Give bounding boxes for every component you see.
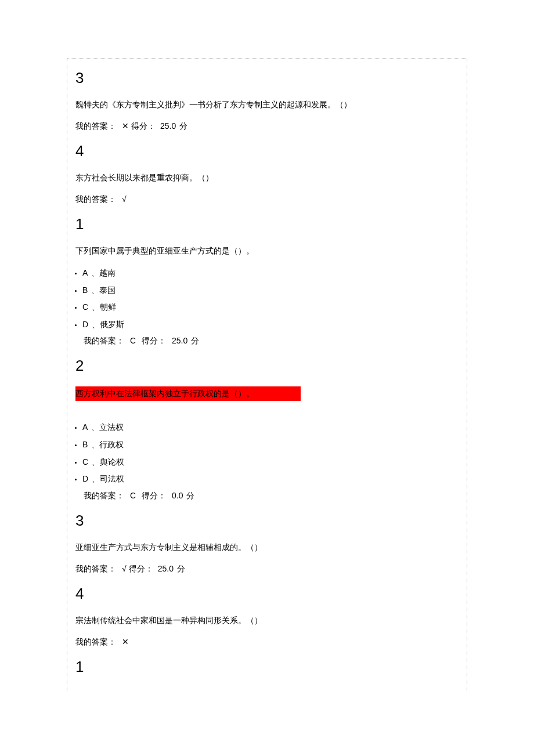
option-letter: D xyxy=(82,320,88,329)
question-stem-wrap: 西方权利中在法律框架内独立于行政权的是（）。 xyxy=(67,386,467,411)
answer-line: 我的答案：C 得分：0.0分 xyxy=(84,491,459,501)
option-text: 越南 xyxy=(99,268,116,277)
answer-value: √ xyxy=(122,194,127,204)
score-label: 得分： xyxy=(139,491,166,500)
answer-label: 我的答案： xyxy=(75,121,116,131)
option-text: 司法权 xyxy=(100,474,124,483)
question-number: 1 xyxy=(75,215,459,233)
question-number: 4 xyxy=(75,142,459,160)
option-letter: D xyxy=(82,474,88,483)
question-stem: 西方权利中在法律框架内独立于行政权的是（）。 xyxy=(75,386,301,401)
answer-value: ✕ xyxy=(122,121,129,131)
score-unit: 分 xyxy=(179,121,187,131)
question-number: 3 xyxy=(75,69,459,87)
options-list: A 、越南B 、泰国C 、朝鲜D 、俄罗斯 xyxy=(67,267,467,330)
question-number: 1 xyxy=(75,658,459,676)
option-text: 朝鲜 xyxy=(100,302,116,312)
answer-value: √ xyxy=(122,564,127,573)
options-list: A 、立法权B 、行政权C 、舆论权D 、司法权 xyxy=(67,422,467,484)
option-letter: A xyxy=(82,422,88,432)
answer-value: C xyxy=(130,491,136,500)
option-letter: B xyxy=(82,440,88,449)
answer-label: 我的答案： xyxy=(75,194,116,204)
option-text: 泰国 xyxy=(99,285,116,295)
score-label: 得分： xyxy=(129,564,153,573)
answer-line: 我的答案：✕得分：25.0分 xyxy=(75,121,459,132)
document-page: 3魏特夫的《东方专制主义批判》一书分析了东方专制主义的起源和发展。（）我的答案：… xyxy=(67,58,467,693)
answer-label: 我的答案： xyxy=(75,564,116,573)
score-value: 0.0 xyxy=(172,491,183,500)
answer-label: 我的答案： xyxy=(84,336,124,345)
answer-line: 我的答案：✕ xyxy=(75,637,459,648)
score-label: 得分： xyxy=(131,121,156,131)
option-item: C 、朝鲜 xyxy=(82,302,467,313)
score-label: 得分： xyxy=(139,336,166,345)
score-value: 25.0 xyxy=(172,336,187,345)
option-item: C 、舆论权 xyxy=(82,457,467,468)
option-letter: C xyxy=(82,457,88,466)
option-item: D 、司法权 xyxy=(82,473,467,485)
option-item: A 、立法权 xyxy=(82,422,467,433)
question-stem: 下列国家中属于典型的亚细亚生产方式的是（）。 xyxy=(75,245,459,257)
option-item: B 、行政权 xyxy=(82,439,467,451)
score-unit: 分 xyxy=(191,336,199,345)
option-letter: C xyxy=(82,302,88,312)
question-number: 3 xyxy=(75,512,459,530)
answer-line: 我的答案：√ xyxy=(75,194,459,205)
option-item: B 、泰国 xyxy=(82,285,467,296)
question-number: 4 xyxy=(75,585,459,603)
answer-line: 我的答案：C 得分：25.0分 xyxy=(84,336,459,346)
option-text: 行政权 xyxy=(99,440,124,449)
question-stem: 东方社会长期以来都是重农抑商。（） xyxy=(75,172,459,184)
option-text: 舆论权 xyxy=(100,457,124,466)
score-value: 25.0 xyxy=(158,564,174,573)
score-unit: 分 xyxy=(186,491,194,500)
question-stem: 亚细亚生产方式与东方专制主义是相辅相成的。（） xyxy=(75,541,459,554)
score-unit: 分 xyxy=(177,564,185,573)
answer-value: ✕ xyxy=(122,637,129,646)
option-letter: A xyxy=(82,268,88,277)
answer-label: 我的答案： xyxy=(84,491,124,500)
option-letter: B xyxy=(82,285,88,295)
option-item: A 、越南 xyxy=(82,267,467,279)
question-stem: 宗法制传统社会中家和国是一种异构同形关系。（） xyxy=(75,614,459,627)
answer-line: 我的答案：√得分：25.0分 xyxy=(75,564,459,574)
option-item: D 、俄罗斯 xyxy=(82,319,467,331)
answer-label: 我的答案： xyxy=(75,637,116,646)
score-value: 25.0 xyxy=(160,121,176,131)
option-text: 俄罗斯 xyxy=(100,320,124,329)
answer-value: C xyxy=(130,336,136,345)
option-text: 立法权 xyxy=(99,422,124,432)
question-number: 2 xyxy=(75,357,459,375)
question-stem: 魏特夫的《东方专制主义批判》一书分析了东方专制主义的起源和发展。（） xyxy=(75,99,459,111)
